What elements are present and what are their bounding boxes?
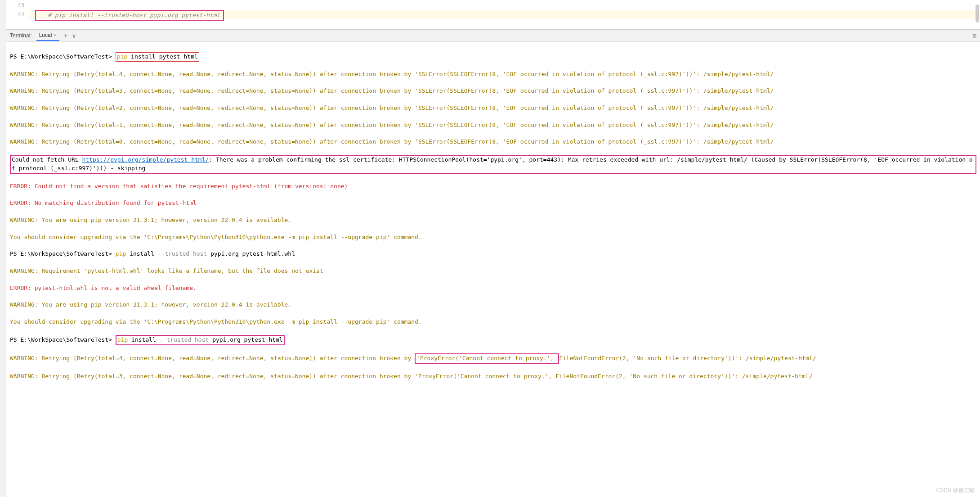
warning-line: WARNING: Retrying (Retry(total=0, connec… <box>10 138 976 146</box>
command-flag: --trusted-host <box>158 250 207 257</box>
editor-area[interactable]: 43 44 # pip install --trusted-host pypi.… <box>6 0 980 29</box>
warning-line: WARNING: Retrying (Retry(total=3, connec… <box>10 87 976 95</box>
editor-gutter: 43 44 <box>6 0 29 29</box>
pypi-url-link[interactable]: https://pypi.org/simple/pytest-html/ <box>82 156 209 163</box>
code-line-43 <box>29 1 980 10</box>
line-number: 43 <box>6 1 24 10</box>
pip-command: pip <box>117 53 127 60</box>
terminal-label: Terminal: <box>10 32 32 39</box>
error-line: ERROR: Could not find a version that sat… <box>10 182 976 191</box>
terminal-tab-local[interactable]: Local × <box>36 30 59 41</box>
command-args: install pytest-html <box>127 53 198 60</box>
line-number: 44 <box>6 10 24 19</box>
prompt: PS E:\WorkSpace\SoftwareTest> <box>10 53 116 60</box>
chevron-down-icon[interactable]: ∨ <box>72 32 76 39</box>
fetch-error-pre: Could not fetch URL <box>12 156 82 163</box>
warning-line: WARNING: Retrying (Retry(total=3, connec… <box>10 372 976 381</box>
pip-command: pip <box>117 336 128 343</box>
highlight-red-box: pip install pytest-html <box>116 52 199 62</box>
warning-line: WARNING: Retrying (Retry(total=1, connec… <box>10 121 976 130</box>
warning-line: WARNING: You are using pip version 21.3.… <box>10 301 976 309</box>
warning-line: WARNING: Requirement 'pytest-html.whl' l… <box>10 267 976 276</box>
editor-scrollbar[interactable] <box>976 5 979 23</box>
left-sidebar-stub <box>0 0 6 398</box>
code-line-44: # pip install --trusted-host pypi.org py… <box>29 10 980 19</box>
gear-icon[interactable]: ⚙ <box>973 32 976 39</box>
warning-line: You should consider upgrading via the 'C… <box>10 233 976 242</box>
terminal-header: Terminal: Local × + ∨ ⚙ <box>6 29 980 42</box>
error-line: ERROR: pytest-html.whl is not a valid wh… <box>10 284 976 293</box>
comment-text: # pip install --trusted-host pypi.org py… <box>39 12 220 18</box>
warning-line: WARNING: Retrying (Retry(total=4, connec… <box>10 70 976 79</box>
command-args: install <box>128 336 159 343</box>
command-args: install <box>126 250 157 257</box>
prompt: PS E:\WorkSpace\SoftwareTest> <box>10 336 116 343</box>
highlight-magenta-box: 'ProxyError('Cannot connect to proxy.', <box>415 353 559 364</box>
highlight-magenta-box: pip install --trusted-host pypi.org pyte… <box>116 335 285 345</box>
warning-line: WARNING: You are using pip version 21.3.… <box>10 216 976 225</box>
code-lines[interactable]: # pip install --trusted-host pypi.org py… <box>29 0 980 29</box>
prompt: PS E:\WorkSpace\SoftwareTest> <box>10 250 116 257</box>
command-args: pypi.org pytest-html.whl <box>207 250 295 257</box>
plus-icon[interactable]: + <box>64 32 67 39</box>
terminal-tab-label: Local <box>39 32 52 38</box>
warning-line: WARNING: Retrying (Retry(total=4, connec… <box>10 353 976 364</box>
close-icon[interactable]: × <box>54 32 56 38</box>
warning-line: You should consider upgrading via the 'C… <box>10 318 976 326</box>
pip-command: pip <box>116 250 126 257</box>
highlight-magenta-box: Could not fetch URL https://pypi.org/sim… <box>10 155 976 174</box>
command-args: pypi.org pytest-html <box>209 336 282 343</box>
terminal-body[interactable]: PS E:\WorkSpace\SoftwareTest> pip instal… <box>6 42 980 398</box>
command-flag: --trusted-host <box>160 336 209 343</box>
warning-line: WARNING: Retrying (Retry(total=2, connec… <box>10 104 976 113</box>
error-line: ERROR: No matching distribution found fo… <box>10 199 976 208</box>
